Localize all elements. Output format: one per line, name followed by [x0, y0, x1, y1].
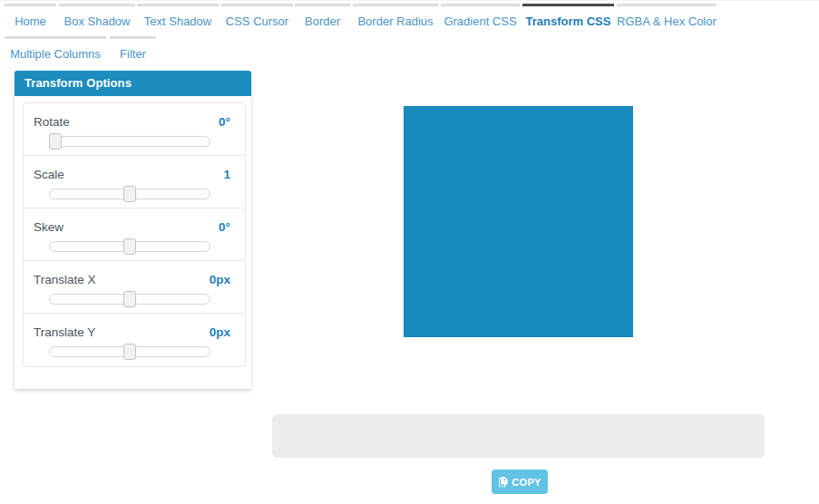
tab-border[interactable]: Border [295, 4, 350, 34]
rotate-slider[interactable] [49, 136, 210, 147]
translate-x-slider-thumb[interactable] [123, 291, 136, 307]
tab-home[interactable]: Home [5, 4, 56, 34]
tab-multiple-columns[interactable]: Multiple Columns [5, 36, 106, 67]
tab-filter[interactable]: Filter [110, 36, 156, 67]
translate-x-label: Translate X [34, 273, 96, 286]
page-top-divider [0, 0, 819, 1]
tab-border-radius[interactable]: Border Radius [353, 4, 438, 34]
tab-gradient-css[interactable]: Gradient CSS [441, 4, 520, 34]
translate-x-value: 0px [210, 273, 230, 286]
transform-options-panel: Transform Options Rotate 0° Scale 1 [15, 71, 251, 389]
controls-container: Rotate 0° Scale 1 [23, 102, 246, 367]
tab-transform-css[interactable]: Transform CSS [522, 4, 614, 34]
css-output-textarea[interactable] [272, 414, 765, 458]
translate-x-slider[interactable] [49, 294, 210, 305]
translate-y-control-row: Translate Y 0px [24, 314, 245, 366]
translate-y-slider-thumb[interactable] [123, 344, 136, 360]
tab-rgba-hex-color[interactable]: RGBA & Hex Color [617, 4, 716, 34]
scale-value: 1 [223, 168, 230, 181]
tab-text-shadow[interactable]: Text Shadow [137, 4, 219, 34]
scale-slider-thumb[interactable] [123, 186, 136, 202]
transform-preview-box [404, 106, 633, 337]
translate-y-label: Translate Y [34, 325, 95, 339]
rotate-value: 0° [219, 115, 230, 129]
rotate-slider-thumb[interactable] [49, 133, 62, 150]
tab-box-shadow[interactable]: Box Shadow [59, 4, 135, 34]
skew-slider-thumb[interactable] [123, 238, 136, 255]
panel-title: Transform Options [15, 71, 251, 96]
rotate-control-row: Rotate 0° [24, 103, 245, 156]
skew-label: Skew [34, 220, 63, 234]
clipboard-icon [498, 477, 508, 488]
panel-body: Rotate 0° Scale 1 [15, 96, 251, 389]
transform-css-generator-page: Home Box Shadow Text Shadow CSS Cursor B… [0, 0, 819, 504]
scale-slider[interactable] [49, 189, 210, 199]
scale-label: Scale [34, 168, 64, 181]
skew-value: 0° [219, 220, 230, 234]
copy-button[interactable]: COPY [492, 470, 548, 494]
tab-css-cursor[interactable]: CSS Cursor [221, 4, 293, 34]
skew-slider[interactable] [49, 241, 210, 252]
scale-control-row: Scale 1 [24, 156, 245, 208]
translate-x-control-row: Translate X 0px [24, 261, 245, 314]
skew-control-row: Skew 0° [24, 208, 245, 261]
rotate-label: Rotate [34, 115, 70, 129]
copy-button-label: COPY [512, 477, 541, 488]
translate-y-value: 0px [210, 325, 230, 339]
translate-y-slider[interactable] [49, 346, 210, 357]
